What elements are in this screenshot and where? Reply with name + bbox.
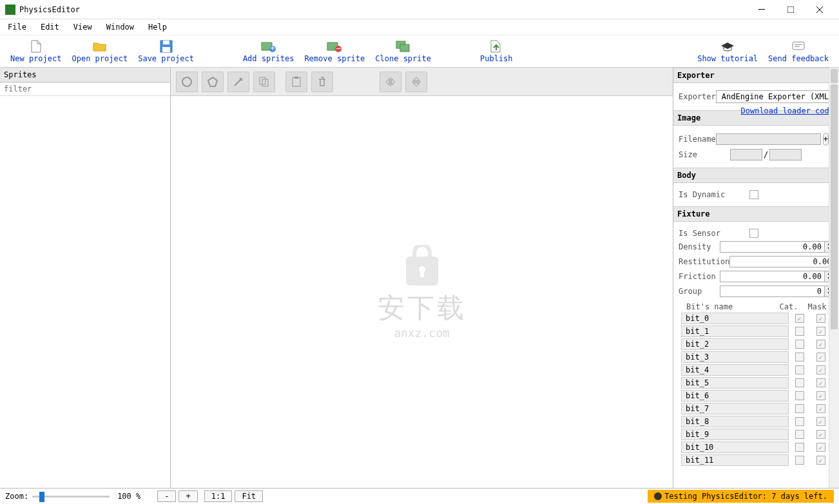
- zoom-in-button[interactable]: +: [178, 490, 197, 502]
- mask-checkbox[interactable]: ✓: [816, 365, 825, 374]
- minimize-button[interactable]: [747, 1, 776, 19]
- inspector-panel: Exporter Exporter AndEngine Exporter (XM…: [673, 68, 839, 488]
- exporter-select[interactable]: AndEngine Exporter (XML): [716, 90, 839, 103]
- paste-tool[interactable]: [285, 72, 307, 92]
- menubar: File Edit View Window Help: [0, 19, 839, 35]
- mask-checkbox[interactable]: ✓: [816, 327, 825, 336]
- cat-checkbox[interactable]: [795, 391, 804, 400]
- size-w-input[interactable]: [730, 149, 762, 160]
- bit-row: ✓: [681, 441, 831, 453]
- bit-name-input[interactable]: [681, 351, 789, 363]
- menu-edit[interactable]: Edit: [38, 21, 62, 33]
- cat-checkbox[interactable]: [795, 365, 804, 374]
- publish-button[interactable]: Publish: [475, 39, 518, 64]
- feedback-icon: [791, 40, 806, 53]
- mask-checkbox[interactable]: ✓: [816, 314, 825, 323]
- canvas[interactable]: 安下载 anxz.com: [171, 96, 673, 488]
- mask-checkbox[interactable]: ✓: [816, 430, 825, 439]
- wand-tool[interactable]: [227, 72, 249, 92]
- cat-checkbox[interactable]: [795, 340, 804, 349]
- mask-checkbox[interactable]: ✓: [816, 417, 825, 426]
- bit-row: ✓ ✓: [681, 313, 831, 324]
- mask-checkbox[interactable]: ✓: [816, 443, 825, 452]
- mask-checkbox[interactable]: ✓: [816, 391, 825, 400]
- bit-name-input[interactable]: [681, 364, 789, 376]
- friction-label: Friction: [679, 272, 720, 281]
- close-button[interactable]: [805, 1, 834, 19]
- menu-file[interactable]: File: [5, 21, 29, 33]
- bit-row: ✓: [681, 351, 831, 363]
- save-project-button[interactable]: Save project: [133, 39, 199, 64]
- circle-tool[interactable]: [176, 72, 198, 92]
- svg-rect-27: [420, 271, 424, 277]
- menu-help[interactable]: Help: [146, 21, 169, 33]
- bit-name-input[interactable]: [681, 403, 789, 414]
- mask-checkbox[interactable]: ✓: [816, 340, 825, 349]
- friction-input[interactable]: [720, 271, 825, 282]
- trial-status[interactable]: Testing PhysicsEditor: 7 days left.: [648, 490, 834, 503]
- cat-checkbox[interactable]: [795, 430, 804, 439]
- cat-checkbox[interactable]: [795, 417, 804, 426]
- bit-name-input[interactable]: [681, 441, 789, 453]
- svg-text:+: +: [270, 44, 275, 52]
- warning-icon: [654, 492, 662, 500]
- maximize-button[interactable]: [776, 1, 805, 19]
- is-sensor-checkbox[interactable]: [749, 229, 758, 238]
- menu-view[interactable]: View: [71, 21, 95, 33]
- mask-checkbox[interactable]: ✓: [816, 353, 825, 362]
- scrollbar[interactable]: [829, 68, 839, 488]
- remove-sprite-button[interactable]: − Remove sprite: [299, 39, 370, 64]
- zoom-out-button[interactable]: -: [157, 490, 176, 502]
- density-input[interactable]: [720, 241, 825, 253]
- mask-checkbox[interactable]: ✓: [816, 456, 825, 465]
- bit-name-input[interactable]: [681, 390, 789, 402]
- delete-tool[interactable]: [311, 72, 333, 92]
- bit-name-input[interactable]: [681, 377, 789, 389]
- zoom-fit-button[interactable]: Fit: [235, 490, 263, 502]
- bit-name-input[interactable]: [681, 429, 789, 440]
- zoom-slider[interactable]: [32, 490, 110, 502]
- cat-checkbox[interactable]: [795, 404, 804, 413]
- cat-checkbox[interactable]: [795, 456, 804, 465]
- is-dynamic-label: Is Dynamic: [679, 190, 749, 199]
- bit-row: ✓: [681, 377, 831, 389]
- zoom-1to1-button[interactable]: 1:1: [204, 490, 233, 502]
- bit-name-input[interactable]: [681, 313, 789, 324]
- bit-row: ✓: [681, 364, 831, 376]
- zoom-in-icon[interactable]: +: [823, 133, 829, 146]
- cat-checkbox[interactable]: ✓: [795, 314, 804, 323]
- sprites-list[interactable]: [0, 96, 170, 488]
- mirror-v-tool[interactable]: [405, 72, 427, 92]
- download-loader-link[interactable]: Download loader code: [741, 106, 834, 115]
- show-tutorial-button[interactable]: Show tutorial: [692, 39, 763, 64]
- group-input[interactable]: [720, 286, 825, 297]
- clone-icon: [396, 40, 411, 53]
- restitution-input[interactable]: [729, 256, 834, 267]
- is-dynamic-checkbox[interactable]: [749, 190, 758, 199]
- mirror-h-tool[interactable]: [380, 72, 401, 92]
- mask-checkbox[interactable]: ✓: [816, 404, 825, 413]
- body-section-header: Body: [673, 168, 839, 183]
- copy-tool[interactable]: [253, 72, 275, 92]
- mask-checkbox[interactable]: ✓: [816, 378, 825, 387]
- filter-input[interactable]: [0, 82, 170, 96]
- cat-checkbox[interactable]: [795, 327, 804, 336]
- open-project-button[interactable]: Open project: [66, 39, 133, 64]
- bit-name-input[interactable]: [681, 325, 789, 337]
- size-h-input[interactable]: [769, 149, 802, 160]
- cat-checkbox[interactable]: [795, 443, 804, 452]
- filename-input[interactable]: [716, 133, 821, 145]
- sprites-header: Sprites: [0, 68, 170, 82]
- menu-window[interactable]: Window: [104, 21, 137, 33]
- bit-name-input[interactable]: [681, 416, 789, 427]
- add-sprites-button[interactable]: + Add sprites: [238, 39, 299, 64]
- cat-checkbox[interactable]: [795, 353, 804, 362]
- polygon-tool[interactable]: [202, 72, 224, 92]
- new-project-button[interactable]: New project: [5, 39, 66, 64]
- send-feedback-button[interactable]: Send feedback: [763, 39, 834, 64]
- clone-sprite-button[interactable]: Clone sprite: [370, 39, 436, 64]
- cat-checkbox[interactable]: [795, 378, 804, 387]
- shape-toolbar: [171, 68, 673, 96]
- bit-name-input[interactable]: [681, 338, 789, 350]
- bit-name-input[interactable]: [681, 454, 789, 466]
